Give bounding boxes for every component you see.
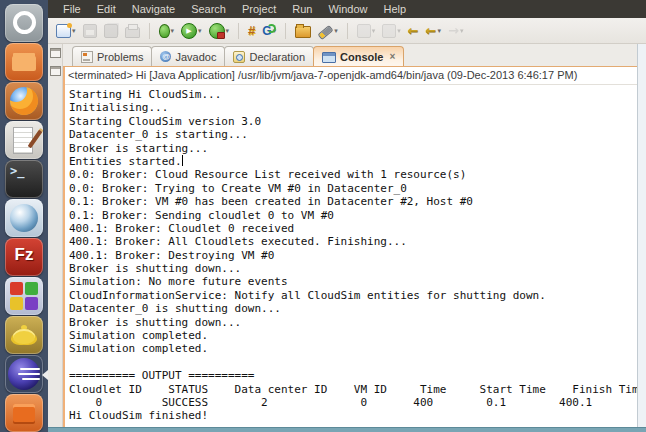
tab-label: Console [340,51,383,63]
console-line: CloudInformationService: Notify all Clou… [69,289,637,302]
console-line: Simulation completed. [69,329,637,342]
workbench: Problems @ Javadoc Declaration Console × [48,44,646,427]
desktop-screen: >_ Fz File Edit Navigate Search Project … [0,0,646,432]
grid-icon: # [248,23,255,38]
g-plugin-icon: G [262,24,271,38]
last-edit-location-button[interactable]: ← [406,23,421,38]
tab-javadoc[interactable]: @ Javadoc [151,46,225,66]
dropdown-caret-icon[interactable]: ▾ [198,27,202,34]
console-line: Datacenter_0 is starting... [69,128,637,141]
icon-art [10,204,38,232]
console-line: Simulation: No more future events [69,275,637,288]
console-view-area: Problems @ Javadoc Declaration Console × [63,44,637,427]
dropdown-caret-icon[interactable]: ▾ [334,27,338,34]
menu-project[interactable]: Project [235,3,283,15]
console-line: 0 SUCCESS 2 0 400 0.1 400.1 [69,396,637,409]
fast-view-bar [48,44,63,427]
icon-art [25,282,38,295]
firefox-icon[interactable] [5,82,43,120]
window-bottom-edge [48,427,646,432]
menu-bar: File Edit Navigate Search Project Run Wi… [48,0,646,18]
menu-search[interactable]: Search [184,3,233,15]
icon-art [12,56,36,71]
software-center-icon[interactable] [5,394,43,432]
console-view: <terminated> Hi [Java Application] /usr/… [63,67,637,427]
ubuntu-dash-icon[interactable] [5,4,43,42]
text-editor-icon[interactable] [5,121,43,159]
unity-launcher: >_ Fz [0,0,48,432]
tab-label: Javadoc [175,51,216,63]
menu-help[interactable]: Help [377,3,414,15]
icon-art [20,368,40,370]
menu-navigate[interactable]: Navigate [125,3,182,15]
console-output[interactable]: Starting Hi CloudSim... Initialising... … [65,85,637,427]
menu-window[interactable]: Window [321,3,374,15]
dropdown-caret-icon[interactable]: ▾ [438,27,442,34]
terminal-prompt-glyph: >_ [10,164,24,178]
annotation-icon [357,24,371,38]
menu-edit[interactable]: Edit [90,3,123,15]
dropdown-caret-icon: ▾ [372,27,376,34]
restore-view-icon[interactable] [50,48,61,58]
run-icon: ▶ [181,23,197,39]
mark-occurrences-button: ▾ [355,23,378,39]
search-button[interactable]: ▾ [316,24,340,37]
debug-button[interactable]: ▾ [157,23,177,39]
console-line-text: Entities started. [69,155,182,168]
plugin-g-button[interactable]: G▾ [260,23,278,39]
next-annotation-button: ▾ [380,23,403,39]
back-button[interactable]: ←▾ [424,23,443,38]
chromium-icon[interactable] [5,199,43,237]
close-icon[interactable]: × [390,52,396,62]
minimized-view-icon[interactable] [50,66,61,76]
console-icon [322,52,336,63]
eclipse-icon[interactable] [5,355,43,393]
forward-arrow-icon: → [448,24,459,37]
console-line: 400.1: Broker: All Cloudlets executed. F… [69,235,637,248]
external-tools-button[interactable]: ▾ [207,22,232,40]
blocks-game-icon[interactable] [5,277,43,315]
last-edit-location-icon: ← [408,24,419,37]
console-line: Simulation completed. [69,342,637,355]
tab-declaration[interactable]: Declaration [224,46,314,66]
search-flashlight-icon [318,25,334,40]
icon-art [22,378,40,380]
view-tab-bar: Problems @ Javadoc Declaration Console × [63,44,637,67]
filezilla-icon[interactable]: Fz [5,238,43,276]
java-grid-button[interactable]: # [246,22,257,39]
debug-bug-icon [159,24,170,38]
tab-problems[interactable]: Problems [72,46,152,66]
tea-time-icon[interactable] [5,316,43,354]
run-button[interactable]: ▶▾ [179,22,204,40]
menu-file[interactable]: File [56,3,88,15]
scrollbar-track[interactable] [637,44,646,427]
dropdown-caret-icon[interactable]: ▾ [171,27,175,34]
console-process-label: <terminated> Hi [Java Application] /usr/… [65,67,637,85]
new-wizard-button[interactable]: ▾ [54,23,78,39]
console-line: Starting Hi CloudSim... [69,88,637,101]
open-resource-button[interactable] [293,23,313,39]
icon-art [25,297,38,310]
icon-art [13,11,36,34]
console-line: Entities started. [69,155,637,168]
dropdown-caret-icon: ▾ [460,27,464,34]
console-line: 0.0: Broker: Trying to Create VM #0 in D… [69,182,637,195]
console-line: Broker is shutting down... [69,262,637,275]
console-line: 400.1: Broker: Destroying VM #0 [69,249,637,262]
save-button [81,23,99,39]
dropdown-caret-icon[interactable]: ▾ [226,27,230,34]
files-icon[interactable] [5,43,43,81]
console-line: 0.0: Broker: Cloud Resource List receive… [69,168,637,181]
eclipse-window: File Edit Navigate Search Project Run Wi… [48,0,646,432]
javadoc-icon: @ [160,51,171,62]
tab-console[interactable]: Console × [313,46,404,66]
console-line: Starting CloudSim version 3.0 [69,115,637,128]
print-icon [125,27,140,38]
new-wizard-icon [56,24,71,38]
terminal-icon[interactable]: >_ [5,160,43,198]
menu-run[interactable]: Run [285,3,319,15]
console-line: Initialising... [69,101,637,114]
toolbar: ▾ ▾ ▶▾ ▾ # G▾ ▾ ▾ ▾ ← ←▾ →▾ [48,18,646,44]
dropdown-caret-icon[interactable]: ▾ [72,27,76,34]
text-cursor [182,155,183,166]
